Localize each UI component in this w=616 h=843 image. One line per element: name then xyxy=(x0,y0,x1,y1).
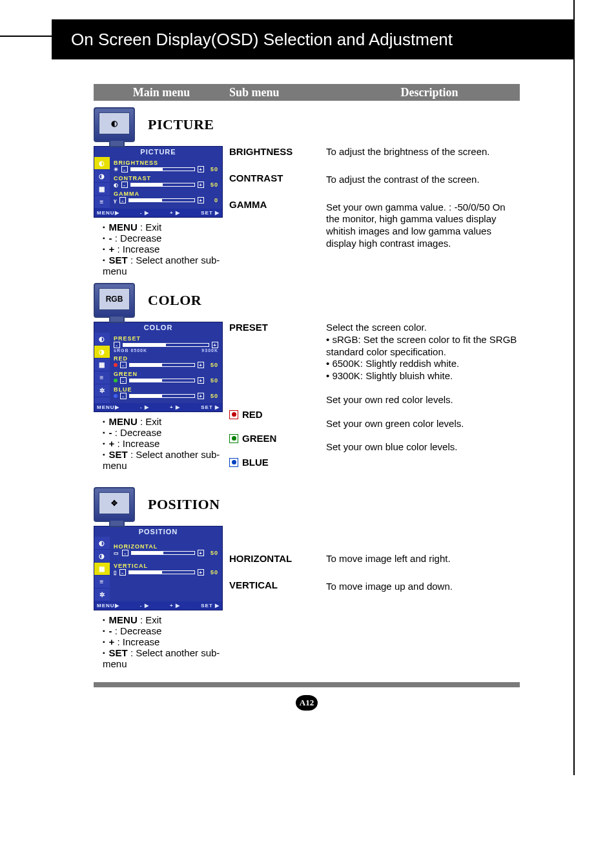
minus-icon: - xyxy=(121,182,128,188)
osd-item-label: CONTRAST xyxy=(114,175,218,182)
sub-blue: BLUE xyxy=(229,457,326,468)
osd-preset-left: sRGB 6500K xyxy=(114,348,147,353)
osd-footer-minus: - ▶ xyxy=(140,603,149,609)
sub-vertical: VERTICAL xyxy=(229,579,326,590)
osd-item-value: 50 xyxy=(207,377,218,384)
plus-icon: + xyxy=(212,342,218,348)
osd-item-value: 50 xyxy=(207,550,218,556)
plus-icon: + xyxy=(198,166,204,172)
osd-tab-icon: ✲ xyxy=(94,588,110,601)
osd-tab-icon: ◐ xyxy=(94,333,110,346)
osd-footer-set: SET ▶ xyxy=(201,210,220,216)
legend-text: : Increase xyxy=(117,244,159,255)
plus-icon: + xyxy=(198,393,204,399)
osd-item-value: 50 xyxy=(207,569,218,576)
page-border-right xyxy=(573,0,575,775)
legend-menu: MENU xyxy=(109,614,138,625)
minus-icon: - xyxy=(120,393,127,399)
osd-color: COLOR ◐ ◑ ▦ ≡ ✲ PRESET -+ sRGB 650 xyxy=(94,322,223,412)
osd-preset-right: 9300K xyxy=(201,348,218,353)
section-title-picture: PICTURE xyxy=(148,116,214,133)
osd-item-value: 50 xyxy=(207,166,218,172)
minus-icon: - xyxy=(121,166,128,172)
desc-green: Set your own green color levels. xyxy=(326,418,520,430)
osd-tab-icon: ◑ xyxy=(94,170,110,183)
osd-item-value: 0 xyxy=(207,197,218,203)
sub-preset: PRESET xyxy=(229,322,326,333)
page-number-badge: A12 xyxy=(296,695,318,711)
osd-item-value: 50 xyxy=(207,182,218,188)
section-color: RGB COLOR COLOR ◐ ◑ ▦ ≡ ✲ xyxy=(94,283,520,481)
osd-item-label: BRIGHTNESS xyxy=(114,160,218,166)
osd-sidebar: ◐ ◑ ▦ ≡ ✲ xyxy=(94,333,110,403)
desc-vertical: To move image up and down. xyxy=(326,581,520,593)
legend-color: MENU : Exit - : Decrease + : Increase SE… xyxy=(94,416,229,471)
osd-color-title: COLOR xyxy=(94,322,222,333)
header-main: Main menu xyxy=(94,86,229,99)
osd-footer-minus: - ▶ xyxy=(140,404,149,410)
sub-brightness: BRIGHTNESS xyxy=(229,146,326,157)
osd-footer-menu: MENU▶ xyxy=(97,210,119,216)
osd-item-label: GREEN xyxy=(114,371,218,377)
plus-icon: + xyxy=(198,377,204,384)
osd-item-value: 50 xyxy=(207,393,218,399)
minus-icon: - xyxy=(119,569,126,576)
osd-tab-icon: ✲ xyxy=(94,384,110,397)
section-title-position: POSITION xyxy=(148,496,220,513)
sub-red: RED xyxy=(229,409,326,420)
plus-icon: + xyxy=(198,569,204,576)
osd-item-label: BLUE xyxy=(114,386,218,393)
picture-icon: ◐ xyxy=(94,107,135,142)
desc-contrast: To adjust the contrast of the screen. xyxy=(326,174,520,186)
legend-text: : Increase xyxy=(117,636,159,647)
minus-icon: - xyxy=(122,550,128,556)
osd-footer-menu: MENU▶ xyxy=(97,404,119,410)
table-header: Main menu Sub menu Description xyxy=(94,84,520,101)
osd-tab-icon: ≡ xyxy=(94,576,110,588)
desc-brightness: To adjust the brightness of the screen. xyxy=(326,146,520,158)
desc-preset: Select the screen color. • sRGB: Set the… xyxy=(326,322,520,382)
legend-menu: MENU xyxy=(109,416,138,427)
osd-item-label: VERTICAL xyxy=(114,563,218,569)
osd-footer: MENU▶ - ▶ + ▶ SET ▶ xyxy=(94,209,222,217)
osd-tab-icon: ≡ xyxy=(94,196,110,209)
osd-footer-minus: - ▶ xyxy=(140,210,149,216)
osd-sidebar: ◐ ◑ ▦ ≡ ✲ xyxy=(94,537,110,601)
osd-footer-set: SET ▶ xyxy=(201,603,220,609)
legend-text: : Decrease xyxy=(115,233,162,244)
osd-tab-icon: ◑ xyxy=(94,346,110,359)
osd-item-value: 50 xyxy=(207,362,218,368)
osd-position-title: POSITION xyxy=(94,526,222,537)
plus-icon: + xyxy=(198,550,204,556)
page-title: On Screen Display(OSD) Selection and Adj… xyxy=(52,19,575,59)
sub-horizontal: HORIZONTAL xyxy=(229,553,326,564)
legend-text: : Increase xyxy=(117,438,159,449)
plus-icon: + xyxy=(198,362,204,368)
minus-icon: - xyxy=(114,342,120,348)
osd-tab-icon: ≡ xyxy=(94,371,110,384)
osd-footer: MENU▶ - ▶ + ▶ SET ▶ xyxy=(94,601,222,610)
legend-set: SET xyxy=(109,449,128,460)
osd-tab-icon: ▦ xyxy=(94,563,110,576)
osd-item-label: GAMMA xyxy=(114,191,218,197)
osd-tab-icon: ◑ xyxy=(94,550,110,563)
osd-footer-set: SET ▶ xyxy=(201,404,220,410)
legend-text: : Exit xyxy=(138,222,162,233)
desc-horizontal: To move image left and right. xyxy=(326,553,520,565)
osd-position: POSITION ◐ ◑ ▦ ≡ ✲ HORIZONTAL ▭-+50 xyxy=(94,526,223,610)
header-sub: Sub menu xyxy=(229,86,345,99)
legend-text: : Exit xyxy=(138,416,162,427)
color-icon: RGB xyxy=(94,283,135,318)
osd-item-label: RED xyxy=(114,355,218,362)
legend-text: : Exit xyxy=(138,614,162,625)
legend-text: : Decrease xyxy=(115,427,162,438)
legend-text: : Decrease xyxy=(115,625,162,636)
legend-position: MENU : Exit - : Decrease + : Increase SE… xyxy=(94,614,229,669)
position-icon: ✥ xyxy=(94,487,135,522)
legend-set: SET xyxy=(109,255,128,265)
desc-red: Set your own red color levels. xyxy=(326,394,520,406)
osd-item-label: HORIZONTAL xyxy=(114,543,218,550)
header-desc: Description xyxy=(345,86,513,99)
legend-picture: MENU : Exit - : Decrease + : Increase SE… xyxy=(94,222,229,276)
legend-set: SET xyxy=(109,647,128,658)
